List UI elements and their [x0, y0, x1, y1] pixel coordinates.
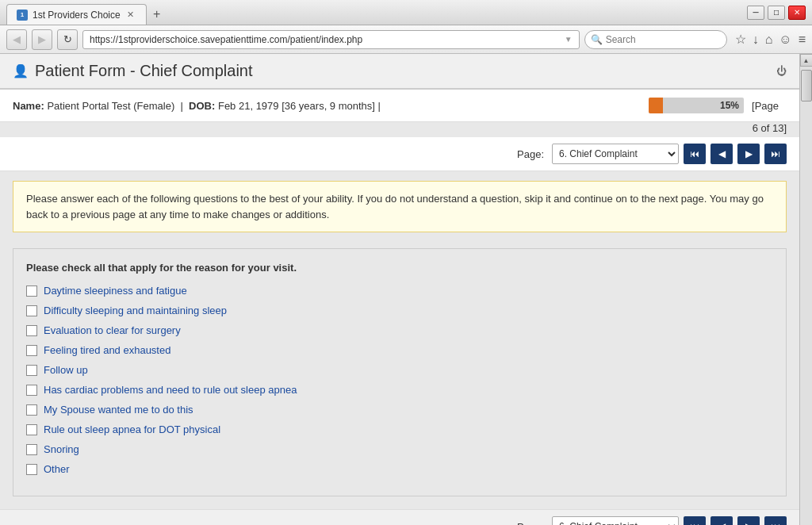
home-icon[interactable]: ⌂: [765, 33, 773, 47]
main-scroll-area: 👤 Patient Form - Chief Complaint ⏻ Name:…: [0, 54, 799, 525]
progress-text: 15%: [720, 100, 739, 111]
tab-title: 1st Providers Choice: [33, 10, 121, 21]
checkbox-item-10: Other: [26, 463, 773, 475]
title-bar: 1 1st Providers Choice ✕ + ─ □ ✕: [0, 0, 812, 25]
close-button[interactable]: ✕: [788, 6, 806, 20]
checkbox-label-7: My Spouse wanted me to do this: [44, 404, 193, 416]
url-dropdown-icon: ▼: [565, 35, 573, 44]
checkbox-label-1: Daytime sleepiness and fatigue: [44, 285, 187, 297]
user-icon: 👤: [13, 63, 29, 79]
checkbox-label-8: Rule out sleep apnea for DOT physical: [44, 423, 220, 435]
bookmark-icon[interactable]: ☆: [735, 32, 746, 47]
url-bar[interactable]: https://1stproviderschoice.savepatientti…: [82, 30, 580, 49]
page-select-bottom[interactable]: 1. Introduction 2. Demographics 3. Insur…: [552, 516, 679, 525]
checkbox-daytime-sleepiness[interactable]: [26, 285, 37, 297]
checkbox-evaluation-surgery[interactable]: [26, 325, 37, 336]
checkbox-dot-physical[interactable]: [26, 424, 37, 435]
patient-name: Patient Portal Test (Female): [47, 100, 174, 112]
checkbox-item-9: Snoring: [26, 443, 773, 455]
prev-page-button-bottom[interactable]: ◀: [710, 516, 733, 525]
checkbox-follow-up[interactable]: [26, 365, 37, 376]
maximize-button[interactable]: □: [768, 6, 785, 20]
menu-icon[interactable]: ≡: [799, 33, 806, 47]
bottom-page-label: Page:: [517, 521, 544, 526]
patient-info-text: Name: Patient Portal Test (Female) | DOB…: [13, 100, 381, 112]
scroll-up-button[interactable]: ▲: [800, 54, 813, 67]
checkbox-label-3: Evaluation to clear for surgery: [44, 324, 181, 336]
back-button[interactable]: ◀: [6, 29, 27, 50]
scroll-thumb[interactable]: [801, 70, 812, 102]
prev-page-button-top[interactable]: ◀: [710, 144, 733, 164]
checkbox-label-6: Has cardiac problems and need to rule ou…: [44, 384, 297, 396]
page-of-text: 6 of 13]: [753, 122, 787, 134]
checkbox-item-2: Difficulty sleeping and maintaining slee…: [26, 305, 773, 316]
progress-fill: [649, 98, 663, 113]
info-text: Please answer each of the following ques…: [26, 193, 764, 220]
tab-favicon: 1: [17, 10, 28, 21]
nav-bar: ◀ ▶ ↻ https://1stproviderschoice.savepat…: [0, 25, 812, 54]
page-title: Patient Form - Chief Complaint: [35, 62, 253, 80]
reload-button[interactable]: ↻: [57, 29, 78, 50]
checkbox-label-9: Snoring: [44, 443, 79, 455]
last-page-button-top[interactable]: ⏭: [764, 144, 787, 164]
checkbox-other[interactable]: [26, 464, 37, 475]
new-tab-button[interactable]: +: [147, 4, 167, 25]
checkbox-item-6: Has cardiac problems and need to rule ou…: [26, 384, 773, 396]
search-input[interactable]: [584, 30, 727, 49]
dob-label: DOB:: [189, 100, 215, 112]
page-of-indicator: 6 of 13]: [0, 122, 799, 137]
next-page-button-bottom[interactable]: ▶: [737, 516, 760, 525]
checkbox-item-8: Rule out sleep apnea for DOT physical: [26, 423, 773, 435]
checkbox-item-4: Feeling tired and exhausted: [26, 344, 773, 356]
power-icon[interactable]: ⏻: [776, 65, 787, 77]
checkbox-label-2: Difficulty sleeping and maintaining slee…: [44, 305, 227, 316]
checkbox-cardiac-problems[interactable]: [26, 385, 37, 396]
download-icon[interactable]: ↓: [753, 33, 759, 47]
nav-icons: ☆ ↓ ⌂ ☺ ≡: [735, 32, 806, 47]
content-area: 👤 Patient Form - Chief Complaint ⏻ Name:…: [0, 54, 812, 525]
profile-icon[interactable]: ☺: [779, 33, 791, 47]
search-icon: 🔍: [591, 34, 603, 45]
patient-dob: Feb 21, 1979 [36 years, 9 months] |: [218, 100, 381, 112]
url-text: https://1stproviderschoice.savepatientti…: [90, 34, 561, 45]
tab-bar: 1 1st Providers Choice ✕ +: [6, 0, 167, 25]
name-label: Name:: [13, 100, 44, 112]
page-header: 👤 Patient Form - Chief Complaint ⏻: [0, 54, 799, 90]
info-box: Please answer each of the following ques…: [13, 181, 787, 232]
search-container: 🔍: [584, 30, 727, 49]
page-indicator: [Page: [752, 100, 779, 112]
checkbox-spouse-wanted[interactable]: [26, 404, 37, 416]
scrollbar: ▲: [799, 54, 812, 525]
questions-section: Please check all that apply for the reas…: [13, 248, 787, 496]
first-page-button-bottom[interactable]: ⏮: [684, 516, 706, 525]
bottom-page-nav: Page: 1. Introduction 2. Demographics 3.…: [0, 509, 799, 525]
progress-bar: 15%: [649, 98, 744, 113]
active-tab[interactable]: 1 1st Providers Choice ✕: [6, 4, 147, 25]
checkbox-item-7: My Spouse wanted me to do this: [26, 404, 773, 416]
checkbox-snoring[interactable]: [26, 444, 37, 455]
progress-section: 15% [Page: [649, 98, 787, 113]
checkbox-feeling-tired[interactable]: [26, 345, 37, 356]
tab-close-button[interactable]: ✕: [125, 10, 136, 21]
checkbox-label-4: Feeling tired and exhausted: [44, 344, 170, 356]
checkbox-difficulty-sleeping[interactable]: [26, 305, 37, 316]
page-select-top[interactable]: 1. Introduction 2. Demographics 3. Insur…: [552, 144, 679, 164]
window-controls: ─ □ ✕: [747, 6, 806, 20]
checkbox-item-3: Evaluation to clear for surgery: [26, 324, 773, 336]
last-page-button-bottom[interactable]: ⏭: [764, 516, 787, 525]
checkbox-item-5: Follow up: [26, 364, 773, 376]
checkbox-item-1: Daytime sleepiness and fatigue: [26, 285, 773, 297]
questions-title: Please check all that apply for the reas…: [26, 262, 773, 274]
checkbox-label-5: Follow up: [44, 364, 88, 376]
page-nav-label: Page:: [517, 148, 544, 160]
patient-info-bar: Name: Patient Portal Test (Female) | DOB…: [0, 90, 799, 122]
checkbox-label-10: Other: [44, 463, 70, 475]
top-page-nav: Page: 1. Introduction 2. Demographics 3.…: [0, 137, 799, 171]
minimize-button[interactable]: ─: [747, 6, 764, 20]
forward-button[interactable]: ▶: [32, 29, 52, 50]
first-page-button-top[interactable]: ⏮: [684, 144, 706, 164]
next-page-button-top[interactable]: ▶: [737, 144, 760, 164]
